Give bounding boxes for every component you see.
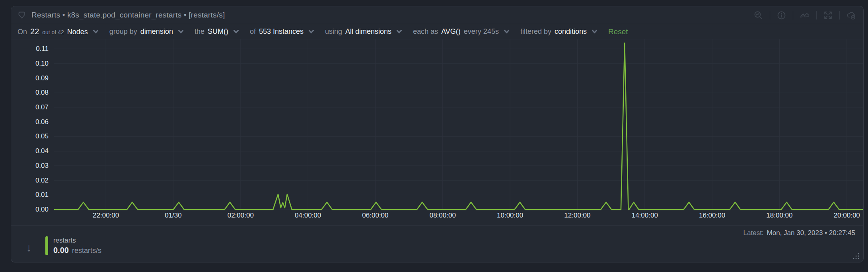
legend-item[interactable]: restarts 0.00restarts/s [53, 237, 101, 255]
legend-color-bar [45, 236, 48, 255]
chart-toolbox [753, 10, 857, 20]
tag-icon [18, 10, 27, 20]
cloud-upload-icon[interactable] [846, 10, 857, 20]
fullscreen-icon[interactable] [823, 10, 833, 20]
dimensions-dropdown[interactable]: usingAll dimensions [325, 27, 402, 36]
toolbar-token: using [325, 27, 342, 36]
sort-arrow-icon[interactable]: ↓ [26, 242, 32, 254]
y-tick-label: 0.11 [36, 45, 49, 53]
chart-card: Restarts • k8s_state.pod_container_resta… [11, 6, 864, 262]
filter-dropdown[interactable]: filtered byconditions [520, 27, 597, 36]
latest-label: Latest: [743, 229, 764, 237]
y-tick-label: 0.09 [35, 74, 49, 82]
toolbox-divider [839, 11, 840, 19]
chart-title: Restarts • k8s_state.pod_container_resta… [31, 11, 225, 19]
legend-unit: restarts/s [72, 247, 101, 255]
chevron-down-icon [396, 29, 402, 34]
toolbox-divider [770, 11, 770, 19]
x-tick-label: 10:00:00 [497, 212, 523, 220]
y-tick-label: 0.05 [35, 132, 49, 140]
toolbar-token: 22 [30, 27, 39, 36]
chevron-down-icon [504, 29, 510, 34]
time-aggregate-dropdown[interactable]: each asAVG()every 245s [413, 27, 510, 36]
toolbox-divider [816, 11, 817, 19]
chart-region: 0.000.010.020.030.040.050.060.070.080.09… [11, 39, 863, 225]
y-tick-label: 0.10 [35, 60, 49, 68]
toolbar-token: dimension [140, 27, 173, 36]
toolbar-token: conditions [555, 27, 587, 36]
toolbar-token: of [250, 27, 256, 36]
toolbar-token: AVG() [441, 27, 461, 36]
zoom-chart-icon[interactable] [753, 10, 763, 20]
chevron-down-icon [93, 29, 99, 34]
y-tick-label: 0.03 [35, 162, 49, 170]
instances-dropdown[interactable]: of553 Instances [250, 27, 314, 36]
toolbar-token: each as [413, 27, 438, 36]
chevron-down-icon [178, 29, 184, 34]
toolbar-token: every 245s [464, 27, 499, 36]
chevron-down-icon [233, 29, 239, 34]
x-tick-label: 08:00:00 [430, 212, 456, 220]
latest-timestamp: Latest:Mon, Jan 30, 2023 • 20:27:45 [743, 229, 855, 237]
x-tick-label: 20:00:00 [834, 212, 860, 220]
netdata-chart-widget: Restarts • k8s_state.pod_container_resta… [0, 0, 868, 272]
y-tick-label: 0.06 [35, 118, 49, 126]
toolbar-token: filtered by [520, 27, 551, 36]
y-tick-label: 0.08 [35, 89, 49, 97]
aggregate-dropdown[interactable]: theSUM() [195, 27, 239, 36]
x-tick-label: 12:00:00 [564, 212, 590, 220]
x-axis: 22:00:0001/3002:00:0004:00:0006:00:0008:… [54, 210, 863, 221]
toolbar-token: out of 42 [42, 29, 64, 35]
toolbar-token: SUM() [208, 27, 228, 36]
x-tick-label: 14:00:00 [632, 212, 658, 220]
group-by-dropdown[interactable]: group bydimension [109, 27, 184, 36]
toolbar-token: the [195, 27, 204, 36]
x-tick-label: 22:00:00 [93, 212, 119, 220]
legend-dimension: restarts [53, 237, 101, 245]
series-line-restarts [54, 43, 863, 210]
info-icon[interactable] [777, 10, 786, 20]
chevron-down-icon [592, 29, 597, 34]
toolbar-token: All dimensions [345, 27, 391, 36]
chart-canvas[interactable] [54, 39, 863, 212]
y-tick-label: 0.07 [35, 103, 49, 111]
toolbar-token: On [18, 28, 27, 36]
x-tick-label: 06:00:00 [362, 212, 388, 220]
y-tick-label: 0.01 [35, 191, 49, 199]
toolbar-token: group by [109, 27, 137, 36]
anomalies-icon[interactable] [800, 10, 810, 20]
toolbar-token: 553 Instances [259, 27, 304, 36]
chart-footer: Latest:Mon, Jan 30, 2023 • 20:27:45 ↓ re… [11, 225, 863, 262]
x-tick-label: 18:00:00 [766, 212, 792, 220]
x-tick-label: 01/30 [165, 212, 182, 220]
toolbox-divider [793, 11, 793, 19]
x-tick-label: 04:00:00 [295, 212, 321, 220]
x-tick-label: 16:00:00 [699, 212, 725, 220]
y-axis: 0.000.010.020.030.040.050.060.070.080.09… [11, 39, 51, 225]
nodes-dropdown[interactable]: On22out of 42Nodes [18, 27, 99, 36]
y-tick-label: 0.04 [35, 147, 49, 155]
x-tick-label: 02:00:00 [228, 212, 254, 220]
y-tick-label: 0.02 [35, 177, 49, 185]
toolbar: On22out of 42Nodesgroup bydimensiontheSU… [11, 24, 863, 39]
toolbar-token: Nodes [67, 28, 88, 36]
resize-grip[interactable] [852, 252, 860, 260]
chevron-down-icon [308, 29, 314, 34]
reset-button[interactable]: Reset [608, 27, 628, 36]
plot-area[interactable] [54, 39, 863, 212]
latest-value: Mon, Jan 30, 2023 • 20:27:45 [767, 229, 855, 237]
toolbar-token: Reset [608, 27, 628, 36]
y-tick-label: 0.00 [35, 206, 49, 214]
chart-titlebar: Restarts • k8s_state.pod_container_resta… [11, 6, 863, 24]
legend-value: 0.00 [53, 246, 69, 255]
